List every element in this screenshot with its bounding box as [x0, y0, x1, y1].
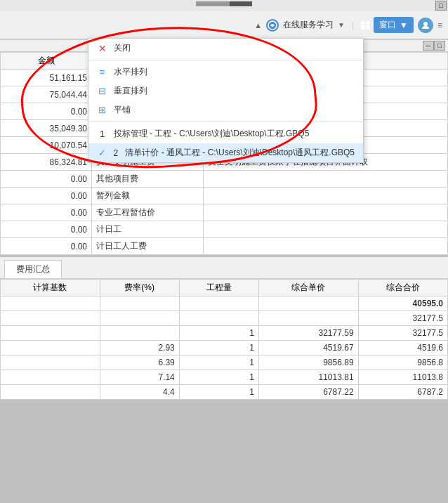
lower-table-row: 32177.5	[1, 311, 448, 326]
cell-rate: 6.39	[100, 355, 179, 370]
cell-type: 暂列金额	[92, 188, 204, 204]
lower-table-header-row: 计算基数 费率(%) 工程量 综合单价 综合合价	[1, 280, 448, 296]
cell-quantity: 1	[179, 385, 258, 400]
cell-rate	[100, 311, 179, 326]
lower-table-row: 4.4 1 6787.22 6787.2	[1, 385, 448, 400]
cell-quantity: 1	[179, 370, 258, 385]
window-menu-label: 窗口	[379, 19, 396, 31]
svg-point-1	[423, 22, 428, 26]
cell-quantity: 1	[179, 326, 258, 341]
cell-rate: 7.14	[100, 370, 179, 385]
lower-table-row: 40595.0	[1, 296, 448, 311]
col-header-base: 计算基数	[1, 280, 100, 296]
cell-note	[203, 221, 447, 238]
online-service-icon	[266, 19, 279, 32]
cell-unit-price: 32177.59	[259, 326, 359, 341]
cell-rate	[100, 326, 179, 341]
window-dropdown-menu: ✕ 关闭 ≡ 水平排列 ⊟ 垂直排列 ⊞ 平铺 1 投标管理 - 工程 - C:…	[88, 38, 364, 163]
menu-item-close[interactable]: ✕ 关闭	[88, 39, 363, 58]
menu-project-2[interactable]: ✓ 2 清单计价 - 通风工程 - C:\Users\刘迪\Desktop\通风…	[88, 143, 363, 162]
cell-unit-price	[259, 296, 359, 311]
cell-amount: 0.00	[1, 103, 92, 120]
window-menu-arrow: ▼	[400, 20, 408, 30]
tile-icon: ⊞	[97, 105, 108, 116]
project1-index: 1	[97, 129, 108, 140]
dropdown-arrow: ▼	[338, 21, 345, 29]
cell-quantity: 1	[179, 341, 258, 355]
cell-base	[1, 341, 100, 355]
cell-total-price: 32177.5	[358, 311, 447, 326]
menu-project-1[interactable]: 1 投标管理 - 工程 - C:\Users\刘迪\Desktop\工程.GBQ…	[88, 124, 363, 143]
cell-type: 专业工程暂估价	[92, 204, 204, 221]
menu-project-1-label: 投标管理 - 工程 - C:\Users\刘迪\Desktop\工程.GBQ5	[114, 128, 310, 140]
cell-base	[1, 326, 100, 341]
upper-table-row: 0.00 暂列金额	[1, 188, 448, 204]
cell-total-price: 32177.5	[358, 326, 447, 341]
menu-item-close-label: 关闭	[114, 42, 131, 54]
menu-item-horizontal[interactable]: ≡ 水平排列	[88, 63, 363, 81]
upper-table-row: 0.00 计日工人工费	[1, 238, 448, 255]
menu-item-tile[interactable]: ⊞ 平铺	[88, 100, 363, 119]
close-icon: ✕	[97, 43, 108, 54]
cell-type: 计日工	[92, 221, 204, 238]
cell-amount: 51,161.15	[1, 70, 92, 86]
cell-rate: 4.4	[100, 385, 179, 400]
top-right-controls: ▲ 在线服务学习 ▼ | 窗口 ▼ ≡	[254, 17, 442, 33]
upper-table-row: 0.00 专业工程暂估价	[1, 204, 448, 221]
cell-amount: 86,324.81	[1, 154, 92, 171]
cell-note	[203, 188, 447, 204]
menu-flag-icon: ≡	[437, 20, 442, 30]
upper-maximize-btn[interactable]: □	[434, 41, 445, 51]
cell-amount: 0.00	[1, 204, 92, 221]
cell-type: 其他项目费	[92, 171, 204, 188]
top-area: □	[0, 0, 448, 11]
cell-total-price: 9856.8	[358, 355, 447, 370]
col-header-rate: 费率(%)	[100, 280, 179, 296]
cell-quantity	[179, 311, 258, 326]
cell-total-price: 11013.8	[358, 370, 447, 385]
tab-cost-summary[interactable]: 费用汇总	[4, 260, 62, 278]
window-menu-button[interactable]: 窗口 ▼	[374, 17, 414, 33]
cell-quantity	[179, 296, 258, 311]
up-arrow-icon: ▲	[254, 21, 262, 30]
menu-divider-2	[88, 122, 363, 122]
cell-quantity: 1	[179, 355, 258, 370]
cell-amount: 0.00	[1, 221, 92, 238]
cell-amount: 75,044.44	[1, 86, 92, 103]
col-header-total-price: 综合合价	[358, 280, 447, 296]
user-icon[interactable]	[418, 18, 433, 33]
menu-item-tile-label: 平铺	[114, 104, 131, 116]
horizontal-icon: ≡	[97, 67, 108, 78]
vertical-icon: ⊟	[97, 86, 108, 97]
cell-type: 计日工人工费	[92, 238, 204, 255]
upper-table-row: 0.00 计日工	[1, 221, 448, 238]
cell-unit-price: 9856.89	[259, 355, 359, 370]
lower-table: 计算基数 费率(%) 工程量 综合单价 综合合价 40595.0 32177.5…	[0, 279, 448, 400]
lower-section: 费用汇总 计算基数 费率(%) 工程量 综合单价 综合合价 40595.0 32…	[0, 257, 448, 400]
grid-icon	[361, 21, 369, 30]
cell-unit-price: 4519.67	[259, 341, 359, 355]
cell-amount: 35,049.30	[1, 120, 92, 137]
cell-amount: 10,070.54	[1, 137, 92, 154]
restore-btn[interactable]: □	[435, 1, 447, 11]
cell-unit-price: 11013.81	[259, 370, 359, 385]
cell-unit-price: 6787.22	[259, 385, 359, 400]
online-service-label[interactable]: 在线服务学习	[283, 19, 334, 31]
cell-amount: 0.00	[1, 171, 92, 188]
project2-index: 2	[114, 148, 119, 158]
upper-minimize-btn[interactable]: ─	[423, 41, 434, 51]
lower-table-row: 6.39 1 9856.89 9856.8	[1, 355, 448, 370]
upper-table-row: 0.00 其他项目费	[1, 171, 448, 188]
cell-total-price: 40595.0	[358, 296, 447, 311]
cell-rate	[100, 296, 179, 311]
cell-rate: 2.93	[100, 341, 179, 355]
col-header-quantity: 工程量	[179, 280, 258, 296]
col-header-amount: 金额	[1, 53, 92, 70]
cell-base	[1, 385, 100, 400]
menu-item-vertical-label: 垂直排列	[114, 85, 147, 97]
menu-item-vertical[interactable]: ⊟ 垂直排列	[88, 81, 363, 100]
menu-divider-1	[88, 60, 363, 60]
cell-note	[203, 204, 447, 221]
project2-checkmark: ✓	[97, 148, 108, 159]
cell-note	[203, 238, 447, 255]
